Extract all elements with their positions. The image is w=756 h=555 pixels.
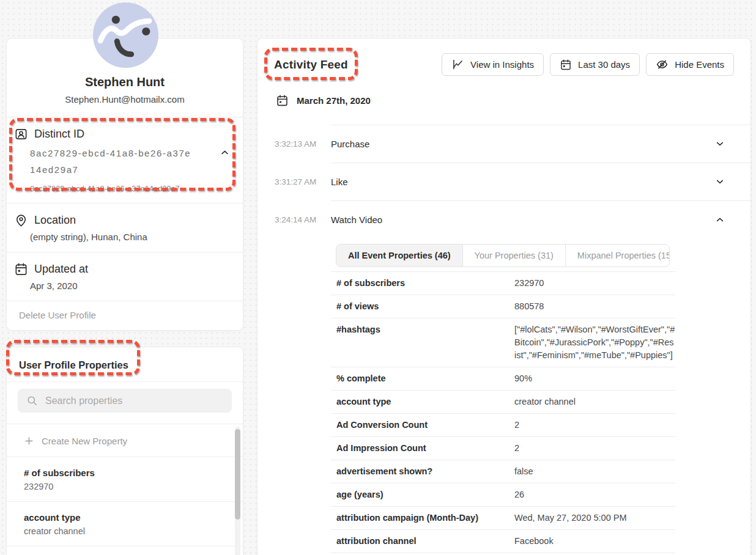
- updated-at-label: Updated at: [34, 263, 88, 276]
- contact-badge-icon: [14, 127, 28, 141]
- location-value: (empty string), Hunan, China: [30, 232, 231, 242]
- distinct-id-subvalue: 8ac27829-ebcd-41a8-be26-a37e14ed29a7: [30, 185, 231, 193]
- chevron-down-icon[interactable]: [715, 139, 725, 149]
- user-profile-properties-title: User Profile Properties: [7, 347, 243, 381]
- event-properties-tabs: All Event Properties (46) Your Propertie…: [336, 244, 670, 267]
- property-key: #hashtags: [331, 323, 514, 336]
- location-section: Location (empty string), Hunan, China: [7, 203, 243, 252]
- event-row-purchase[interactable]: 3:32:13 AM Purchase: [258, 125, 750, 163]
- user-profile-card: Stephen Hunt Stephen.Hunt@hotmailx.com D…: [6, 38, 243, 331]
- property-key: account type: [331, 395, 514, 408]
- table-row: attribution campaign (Month-Day) Wed, Ma…: [331, 506, 675, 529]
- distinct-id-section: Distinct ID 8ac27829-ebcd-41a8-be26-a37e…: [7, 117, 243, 203]
- property-key: attribution channel: [331, 535, 514, 548]
- chevron-up-icon[interactable]: [220, 148, 229, 157]
- table-row: age (years) 26: [331, 483, 675, 506]
- table-row: #hashtags ["#lolCats","#Wilson","#WorstG…: [331, 318, 675, 367]
- view-in-insights-button[interactable]: View in Insights: [442, 53, 544, 76]
- distinct-id-label: Distinct ID: [34, 128, 84, 141]
- property-key: # of subscribers: [331, 277, 514, 290]
- date-header-label: March 27th, 2020: [297, 95, 371, 106]
- tab-all-event-properties[interactable]: All Event Properties (46): [336, 244, 462, 266]
- plus-icon: [24, 436, 34, 446]
- property-value: 880578: [514, 300, 675, 313]
- profile-email: Stephen.Hunt@hotmailx.com: [19, 94, 231, 105]
- property-list-item[interactable]: account type creator channel: [7, 501, 243, 546]
- table-row: # of subscribers 232970: [331, 271, 675, 295]
- property-value: 90%: [514, 372, 675, 385]
- property-value: 2: [514, 419, 675, 432]
- property-value: Facebook: [514, 535, 675, 548]
- chevron-down-icon[interactable]: [715, 177, 725, 186]
- tab-your-properties[interactable]: Your Properties (31): [462, 244, 565, 266]
- property-value: ["#lolCats","#Wilson","#WorstGiftEver","…: [514, 323, 675, 362]
- calendar-icon: [276, 94, 289, 107]
- property-key: # of views: [331, 300, 514, 313]
- table-row: Ad Impression Count 2: [331, 436, 675, 460]
- hide-events-button[interactable]: Hide Events: [646, 53, 734, 76]
- property-value: creator channel: [514, 395, 675, 408]
- view-in-insights-label: View in Insights: [470, 59, 534, 70]
- property-value: 232970: [24, 482, 218, 491]
- property-key: advertisement shown?: [331, 465, 514, 478]
- activity-feed-title: Activity Feed: [274, 58, 348, 72]
- scrollbar-thumb[interactable]: [235, 429, 240, 520]
- property-value: false: [514, 465, 675, 478]
- location-pin-icon: [14, 213, 28, 227]
- property-key: Ad Impression Count: [331, 442, 514, 455]
- event-properties-table: # of subscribers 232970 # of views 88057…: [331, 271, 675, 553]
- event-properties-panel: All Event Properties (46) Your Propertie…: [331, 244, 675, 553]
- property-value: 26: [514, 488, 675, 501]
- event-name: Like: [331, 177, 348, 187]
- event-time: 3:31:27 AM: [275, 163, 316, 200]
- event-time: 3:24:14 AM: [275, 200, 316, 238]
- property-name: account type: [24, 512, 218, 523]
- location-label: Location: [34, 214, 76, 227]
- line-chart-icon: [451, 58, 464, 71]
- eye-off-icon: [656, 58, 669, 71]
- calendar-icon: [560, 59, 572, 71]
- left-column: Stephen Hunt Stephen.Hunt@hotmailx.com D…: [6, 38, 243, 555]
- distinct-id-value: 8ac27829-ebcd-41a8-be26-a37e14ed29a7: [30, 145, 231, 178]
- event-time: 3:32:13 AM: [275, 125, 316, 163]
- user-profile-properties-card: User Profile Properties Search propertie…: [6, 347, 243, 555]
- event-row-like[interactable]: 3:31:27 AM Like: [258, 163, 750, 200]
- table-row: % complete 90%: [331, 367, 675, 390]
- table-row: advertisement shown? false: [331, 460, 675, 483]
- search-icon: [26, 395, 38, 406]
- event-name: Purchase: [331, 139, 369, 149]
- property-list-item[interactable]: # of subscribers 232970: [7, 457, 243, 501]
- activity-feed-card: Activity Feed View in Insights: [257, 38, 751, 555]
- properties-list: Create New Property # of subscribers 232…: [7, 424, 243, 555]
- date-header: March 27th, 2020: [276, 94, 750, 107]
- property-key: age (years): [331, 488, 514, 501]
- search-properties-input[interactable]: Search properties: [18, 389, 232, 413]
- updated-at-value: Apr 3, 2020: [30, 281, 231, 291]
- date-range-label: Last 30 days: [578, 59, 630, 70]
- date-range-button[interactable]: Last 30 days: [550, 53, 640, 76]
- property-value: Wed, May 27, 2020 5:00 PM: [514, 512, 675, 524]
- chevron-up-icon[interactable]: [715, 215, 725, 224]
- property-key: Ad Conversion Count: [331, 419, 514, 432]
- table-row: attribution channel Facebook: [331, 529, 675, 553]
- property-value: 2: [514, 442, 675, 455]
- event-row-watch-video[interactable]: 3:24:14 AM Watch Video: [258, 200, 750, 238]
- table-row: Ad Conversion Count 2: [331, 413, 675, 436]
- property-name: # of subscribers: [24, 468, 218, 478]
- tab-mixpanel-properties[interactable]: Mixpanel Properties (15): [565, 244, 670, 266]
- create-new-property-button[interactable]: Create New Property: [7, 424, 243, 457]
- create-new-property-label: Create New Property: [42, 436, 127, 446]
- calendar-icon: [14, 262, 28, 276]
- table-row: # of views 880578: [331, 295, 675, 318]
- hide-events-label: Hide Events: [675, 59, 724, 70]
- table-row: account type creator channel: [331, 390, 675, 413]
- user-avatar: [93, 2, 158, 68]
- delete-user-profile-button[interactable]: Delete User Profile: [7, 301, 243, 330]
- event-name: Watch Video: [331, 215, 382, 225]
- updated-at-section: Updated at Apr 3, 2020: [7, 252, 243, 301]
- property-value: creator channel: [24, 526, 218, 536]
- property-key: attribution campaign (Month-Day): [331, 512, 514, 524]
- property-value: 232970: [514, 277, 675, 290]
- property-key: % complete: [331, 372, 514, 385]
- profile-name: Stephen Hunt: [19, 75, 231, 89]
